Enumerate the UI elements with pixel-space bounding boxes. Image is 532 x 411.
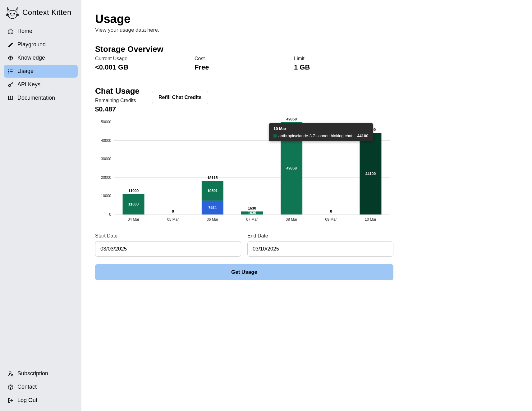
- stat-cost: Cost Free: [195, 56, 282, 71]
- nav-label: Subscription: [17, 370, 48, 377]
- stat-label: Current Usage: [95, 56, 182, 61]
- nav-subscription[interactable]: Subscription: [4, 367, 78, 380]
- remaining-credits-value: $0.487: [95, 105, 140, 113]
- nav-label: Log Out: [17, 397, 37, 404]
- logout-icon: [7, 397, 14, 404]
- svg-point-7: [8, 70, 9, 70]
- svg-text:44100: 44100: [365, 172, 376, 176]
- start-date-input[interactable]: [95, 241, 241, 257]
- svg-point-17: [10, 388, 11, 388]
- svg-line-3: [6, 15, 9, 16]
- svg-point-1: [14, 13, 15, 14]
- end-date-label: End Date: [247, 233, 393, 239]
- nav-bottom: Subscription Contact Log Out: [4, 367, 78, 407]
- svg-text:49868: 49868: [286, 166, 297, 170]
- svg-point-13: [8, 84, 11, 87]
- svg-line-4: [16, 14, 19, 15]
- main-content: Usage View your usage data here. Storage…: [81, 0, 532, 411]
- list-icon: [7, 68, 14, 75]
- nav-logout[interactable]: Log Out: [4, 394, 78, 407]
- stat-current-usage: Current Usage <0.001 GB: [95, 56, 182, 71]
- svg-text:20000: 20000: [101, 175, 112, 180]
- user-gear-icon: [7, 371, 14, 377]
- svg-line-5: [16, 15, 19, 16]
- nav-label: Knowledge: [17, 55, 45, 61]
- svg-text:06 Mar: 06 Mar: [207, 217, 218, 222]
- logo-text: Context Kitten: [22, 8, 71, 17]
- svg-text:0: 0: [330, 209, 332, 214]
- nav-home[interactable]: Home: [4, 25, 78, 38]
- svg-text:09 Mar: 09 Mar: [325, 217, 337, 222]
- svg-text:40000: 40000: [101, 138, 112, 143]
- tooltip-date: 10 Mar: [273, 126, 369, 131]
- svg-text:0: 0: [109, 212, 111, 217]
- nav-usage[interactable]: Usage: [4, 65, 78, 78]
- storage-heading: Storage Overview: [95, 44, 518, 54]
- svg-text:10 Mar: 10 Mar: [365, 217, 376, 222]
- svg-text:11000: 11000: [128, 189, 139, 193]
- svg-point-14: [9, 372, 11, 374]
- svg-text:04 Mar: 04 Mar: [128, 217, 139, 222]
- tooltip-series: anthropic/claude-3.7-sonnet:thinking cha…: [278, 133, 353, 138]
- chart-tooltip: 10 Mar anthropic/claude-3.7-sonnet:think…: [269, 123, 373, 141]
- nav-label: Playground: [17, 41, 46, 48]
- nav-label: Usage: [17, 68, 34, 75]
- svg-text:07 Mar: 07 Mar: [246, 217, 258, 222]
- svg-text:05 Mar: 05 Mar: [167, 217, 179, 222]
- home-icon: [7, 28, 14, 34]
- tooltip-swatch: [273, 134, 277, 138]
- stat-value: Free: [195, 63, 282, 71]
- start-date-label: Start Date: [95, 233, 241, 239]
- nav-api-keys[interactable]: API Keys: [4, 78, 78, 91]
- svg-text:10591: 10591: [207, 189, 218, 193]
- svg-text:0: 0: [172, 209, 174, 214]
- chat-heading: Chat Usage: [95, 86, 140, 96]
- question-circle-icon: [7, 384, 14, 390]
- svg-text:1630: 1630: [248, 206, 256, 210]
- refill-credits-button[interactable]: Refill Chat Credits: [152, 91, 208, 104]
- usage-chart[interactable]: 01000020000300004000050000110001100004 M…: [95, 118, 393, 223]
- svg-text:50000: 50000: [101, 120, 112, 124]
- brush-icon: [7, 42, 14, 48]
- stat-value: 1 GB: [294, 63, 381, 71]
- svg-text:7524: 7524: [209, 206, 217, 210]
- logo[interactable]: Context Kitten: [4, 4, 78, 25]
- page-title: Usage: [95, 12, 518, 26]
- nav-label: Contact: [17, 384, 37, 390]
- nav-playground[interactable]: Playground: [4, 38, 78, 51]
- svg-text:10000: 10000: [101, 194, 112, 198]
- storage-stats: Current Usage <0.001 GB Cost Free Limit …: [95, 56, 518, 71]
- stat-label: Cost: [195, 56, 282, 61]
- svg-line-2: [6, 14, 9, 15]
- key-icon: [7, 82, 14, 88]
- svg-point-9: [8, 71, 9, 72]
- nav-knowledge[interactable]: Knowledge: [4, 52, 78, 64]
- svg-text:1630: 1630: [248, 211, 256, 215]
- nav-label: Documentation: [17, 95, 55, 101]
- tooltip-value: 44100: [357, 133, 368, 138]
- cat-logo-icon: [5, 6, 20, 19]
- svg-text:11000: 11000: [128, 202, 139, 206]
- get-usage-button[interactable]: Get Usage: [95, 264, 393, 280]
- svg-point-0: [10, 13, 11, 14]
- stat-label: Limit: [294, 56, 381, 61]
- svg-text:49868: 49868: [286, 118, 297, 121]
- svg-text:18115: 18115: [207, 176, 218, 180]
- date-range-row: Start Date End Date: [95, 233, 393, 257]
- sidebar: Context Kitten Home Playground Knowledge…: [0, 0, 81, 411]
- end-date-input[interactable]: [247, 241, 393, 257]
- stat-value: <0.001 GB: [95, 63, 182, 71]
- nav-label: API Keys: [17, 81, 40, 88]
- svg-point-15: [11, 374, 13, 376]
- nav-contact[interactable]: Contact: [4, 381, 78, 393]
- nav-documentation[interactable]: Documentation: [4, 92, 78, 104]
- svg-text:30000: 30000: [101, 157, 112, 161]
- book-icon: [7, 95, 14, 101]
- brain-icon: [7, 55, 14, 61]
- nav-main: Home Playground Knowledge Usage API Keys: [4, 25, 78, 104]
- stat-limit: Limit 1 GB: [294, 56, 381, 71]
- page-subtitle: View your usage data here.: [95, 27, 518, 33]
- nav-label: Home: [17, 28, 32, 34]
- svg-text:08 Mar: 08 Mar: [286, 217, 297, 222]
- remaining-credits-label: Remaining Credits: [95, 98, 140, 103]
